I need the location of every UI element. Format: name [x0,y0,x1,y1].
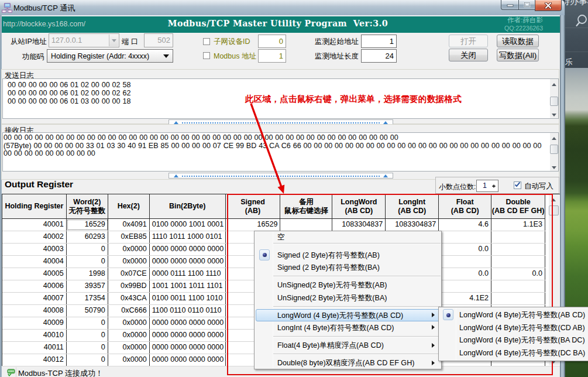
hscroll-left-icon[interactable] [174,174,178,177]
close-button[interactable] [535,0,562,11]
menu-item[interactable]: LongWord (4 Byte)无符号整数(AB CD) [255,309,441,321]
cell-bin[interactable]: 0000 0000 0000 0000 [150,342,226,354]
cell-reg[interactable]: 40003 [2,244,67,255]
cell-word[interactable]: 0 [67,317,108,329]
cell-reg[interactable]: 40005 [2,268,67,280]
cell-word[interactable]: 0 [67,354,108,366]
cell-bin[interactable]: 1100 0110 0110 0110 [150,305,226,317]
menu-item[interactable]: Signed (2 Byte)有符号整数(AB) [255,249,441,261]
scroll-up-icon[interactable] [550,133,558,141]
column-header-reg[interactable]: Holding Register [2,194,67,218]
decimal-places-spinner[interactable]: 1 [476,180,498,192]
cell-hex[interactable]: 0xC666 [108,305,150,317]
cell-reg[interactable]: 40004 [2,256,67,268]
dropdown-arrow-icon[interactable] [163,54,169,61]
cell-hex[interactable]: 0x0000 [108,342,150,354]
cell-bin[interactable]: 0000 0000 0000 0000 [150,244,226,255]
recv-log-hscrollbar[interactable] [169,173,393,179]
cell-word[interactable]: 17354 [67,293,108,304]
cell-hex[interactable]: 0x0000 [108,330,150,341]
menu-item[interactable]: UnSigned(2 Byte)无符号整数(AB) [255,279,441,291]
header-url[interactable]: http://blockke.ys168.com/ [3,20,85,28]
port-input[interactable]: 502 [144,33,173,47]
scroll-down-icon[interactable] [550,163,558,171]
autowrite-checkbox[interactable] [514,181,521,189]
cell-word[interactable]: 39357 [67,280,108,292]
cell-hex[interactable]: 0x43CA [108,293,150,304]
cell-word[interactable]: 0 [67,342,108,354]
read-data-button[interactable]: 读取数据 [497,35,539,47]
cell-hex[interactable]: 0x0000 [108,244,150,255]
cell-word[interactable]: 60293 [67,231,108,243]
menu-item[interactable]: Signed (2 Byte)有符号整数(BA) [255,261,441,273]
cell-bin[interactable]: 0000 0111 1100 1110 [150,268,226,280]
scroll-down-icon[interactable] [550,110,558,118]
cell-bin[interactable]: 0000 0000 0000 0000 [150,317,226,329]
menu-item[interactable]: UnSigned(2 Byte)无符号整数(BA) [255,292,441,304]
menu-item[interactable]: 空 [255,232,441,242]
column-header-hex[interactable]: Hex(2) [108,194,150,218]
dropdown-arrow-icon[interactable] [109,35,118,46]
spinner-down-icon[interactable] [492,186,496,190]
hscroll-right-icon[interactable] [383,174,388,177]
cell-reg[interactable]: 40007 [2,293,67,304]
recv-log-textarea[interactable]: 00 00 00 00 00 00 00 00 00 00 00 00 00 0… [2,132,559,172]
cell-hex[interactable]: 0xEB85 [108,231,150,243]
submenu-item[interactable]: LongWord (4 Byte)无符号整数(CD AB) [439,321,588,334]
open-button[interactable]: 打开 [449,35,488,47]
length-input[interactable]: 24 [361,49,397,63]
cell-reg[interactable]: 40001 [2,219,67,231]
write-data-button[interactable]: 写数据(All) [497,49,539,61]
cell-reg[interactable]: 40008 [2,305,67,317]
menu-item[interactable]: Float(4 Byte)单精度浮点(AB CD) [255,339,441,351]
start-addr-input[interactable]: 1 [361,35,397,48]
cell-word[interactable]: 0 [67,256,108,268]
cell-word[interactable]: 1998 [67,268,108,280]
cell-word[interactable]: 16529 [67,219,108,231]
cell-bin[interactable]: 1001 1001 1011 1101 [150,280,226,292]
cell-hex[interactable]: 0x07CE [108,268,150,280]
subnet-checkbox[interactable] [203,38,210,45]
cell-reg[interactable]: 40006 [2,280,67,292]
cell-bin[interactable]: 0000 0000 0000 0000 [150,256,226,268]
cell-bin[interactable]: 0100 0000 1001 0001 [150,219,226,231]
cell-bin[interactable]: 0100 0011 1100 1010 [150,293,226,304]
cell-reg[interactable]: 40009 [2,317,67,329]
recv-log-scrollbar[interactable] [550,133,558,171]
cell-bin[interactable]: 0000 0000 0000 0000 [150,330,226,341]
maximize-button[interactable] [518,0,535,10]
minimize-button[interactable] [501,0,518,10]
cell-reg[interactable]: 40011 [2,342,67,354]
scroll-thumb[interactable] [550,97,558,106]
scroll-up-icon[interactable] [550,79,558,87]
submenu-item[interactable]: LongWord (4 Byte)无符号整数(BA DC) [439,334,588,347]
send-log-scrollbar[interactable] [550,79,558,118]
menu-item[interactable]: LongInt (4 Byte)有符号整数(AB CD) [255,321,441,334]
cell-reg[interactable]: 40002 [2,231,67,243]
cell-hex[interactable]: 0x4091 [108,219,150,231]
cell-bin[interactable]: 0000 0000 0000 0000 [150,354,226,366]
modbus-addr-input[interactable]: 1 [258,49,286,63]
scroll-thumb[interactable] [550,145,558,154]
cell-word[interactable]: 0 [67,244,108,255]
ip-combobox[interactable]: 127.0.0.1 [49,33,119,47]
menu-item[interactable]: Double(8 byte)双精度浮点(AB CD EF GH) [255,357,441,369]
function-combobox[interactable]: Holding Register (Addr: 4xxxx) [47,49,173,63]
submenu-item[interactable]: LongWord (4 Byte)无符号整数(AB CD) [439,309,588,321]
column-header-word[interactable]: Word(2) 无符号整数 [67,194,108,218]
subnet-input[interactable]: 0 [258,35,286,48]
cell-word[interactable]: 0 [67,330,108,341]
cell-word[interactable]: 50790 [67,305,108,317]
cell-hex[interactable]: 0x0000 [108,256,150,268]
cell-hex[interactable]: 0x0000 [108,317,150,329]
cell-hex[interactable]: 0x99BD [108,280,150,292]
cell-reg[interactable]: 40010 [2,330,67,341]
cell-hex[interactable]: 0x0000 [108,354,150,366]
cell-reg[interactable]: 40012 [2,354,67,366]
modbus-addr-checkbox[interactable] [203,52,210,59]
close-conn-button[interactable]: 关闭 [449,49,488,61]
submenu-item[interactable]: LongWord (4 Byte)无符号整数(DC BA) [439,347,588,359]
title-bar[interactable]: Modbus/TCP 通讯 [0,0,565,15]
cell-bin[interactable]: 1110 1011 1000 0101 [150,231,226,243]
column-header-bin[interactable]: Bin(2Byte) [150,194,226,218]
